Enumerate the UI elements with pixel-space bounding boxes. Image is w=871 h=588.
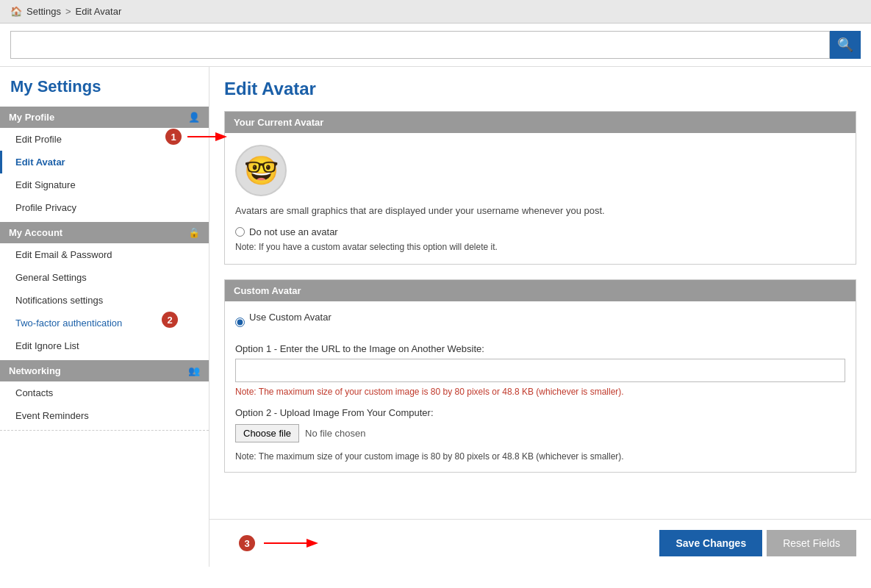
current-avatar-section: Your Current Avatar 🤓 Avatars are small … [224, 111, 856, 265]
annotation-number-3: 3 [239, 535, 255, 551]
no-avatar-note: Note: If you have a custom avatar select… [235, 242, 845, 252]
reset-fields-button[interactable]: Reset Fields [767, 530, 856, 556]
breadcrumb-separator: > [65, 6, 71, 17]
breadcrumb-current: Edit Avatar [76, 6, 122, 17]
annotation-2: 2 [162, 312, 181, 328]
use-custom-row: 2 Use Custom Avatar [235, 312, 845, 333]
networking-icon: 👥 [188, 365, 200, 376]
sidebar-section-my-profile: My Profile 👤 [0, 107, 209, 128]
annotation-number-2: 2 [162, 312, 178, 328]
current-avatar-body: 🤓 Avatars are small graphics that are di… [225, 133, 856, 264]
home-icon: 🏠 [10, 6, 22, 17]
sidebar-section-networking: Networking 👥 [0, 360, 209, 381]
sidebar-section-my-account: My Account 🔒 [0, 222, 209, 243]
sidebar-item-event-reminders[interactable]: Event Reminders [0, 404, 209, 427]
no-avatar-radio[interactable] [235, 227, 245, 237]
avatar-image: 🤓 [235, 145, 287, 196]
annotation-arrow-3 [264, 534, 323, 552]
no-avatar-label: Do not use an avatar [249, 226, 338, 237]
annotation-3-area: 3 [224, 534, 323, 552]
sidebar-item-edit-ignore-list[interactable]: Edit Ignore List [0, 334, 209, 357]
no-avatar-option[interactable]: Do not use an avatar [235, 226, 845, 237]
bottom-bar: 3 Save Changes Reset Fields [209, 519, 871, 567]
note-max-size-1: Note: The maximum size of your custom im… [235, 387, 845, 397]
avatar-emoji: 🤓 [244, 154, 279, 187]
page-title: Edit Avatar [224, 79, 856, 99]
use-custom-radio[interactable] [235, 318, 245, 327]
sidebar-item-contacts[interactable]: Contacts [0, 381, 209, 404]
profile-icon: 👤 [188, 112, 200, 123]
save-changes-button[interactable]: Save Changes [659, 530, 762, 556]
option1-label: Option 1 - Enter the URL to the Image on… [235, 343, 845, 354]
annotation-1: 1 [165, 126, 232, 148]
no-file-text: No file chosen [305, 428, 365, 439]
search-input[interactable] [10, 31, 830, 59]
sidebar-item-general-settings[interactable]: General Settings [0, 266, 209, 289]
sidebar-section-label-networking: Networking [9, 365, 61, 376]
sidebar-item-edit-avatar[interactable]: Edit Avatar [0, 151, 209, 173]
main-layout: My Settings My Profile 👤 Edit Profile Ed… [0, 67, 871, 567]
avatar-description: Avatars are small graphics that are disp… [235, 205, 845, 216]
sidebar-section-label-account: My Account [9, 227, 62, 238]
search-row: 🔍 [0, 24, 871, 67]
use-custom-label: Use Custom Avatar [249, 312, 331, 323]
annotation-number-1: 1 [165, 129, 182, 145]
content-area: Edit Avatar 1 [209, 67, 871, 519]
sidebar-item-edit-signature[interactable]: Edit Signature [0, 173, 209, 196]
breadcrumb-settings-link[interactable]: Settings [26, 6, 61, 17]
search-icon: 🔍 [837, 37, 853, 53]
custom-avatar-section: Custom Avatar 2 Use Custom Avatar Option [224, 279, 856, 473]
sidebar-section-label-profile: My Profile [9, 112, 54, 123]
sidebar-item-edit-email-password[interactable]: Edit Email & Password [0, 243, 209, 266]
upload-row: Choose file No file chosen [235, 424, 845, 442]
choose-file-button[interactable]: Choose file [235, 424, 299, 442]
custom-avatar-body: 2 Use Custom Avatar Option 1 - Enter the… [225, 301, 856, 472]
current-avatar-header: Your Current Avatar [225, 112, 856, 133]
sidebar-item-profile-privacy[interactable]: Profile Privacy [0, 196, 209, 219]
note-max-size-2: Note: The maximum size of your custom im… [235, 451, 845, 462]
option2-label: Option 2 - Upload Image From Your Comput… [235, 407, 845, 418]
search-button[interactable]: 🔍 [830, 31, 861, 59]
breadcrumb-bar: 🏠 Settings > Edit Avatar [0, 0, 871, 24]
sidebar-title: My Settings [0, 67, 209, 104]
sidebar-divider [0, 430, 209, 431]
sidebar-item-notifications-settings[interactable]: Notifications settings [0, 289, 209, 312]
lock-icon: 🔒 [188, 227, 200, 238]
url-input[interactable] [235, 359, 845, 382]
custom-avatar-header: Custom Avatar [225, 280, 856, 301]
